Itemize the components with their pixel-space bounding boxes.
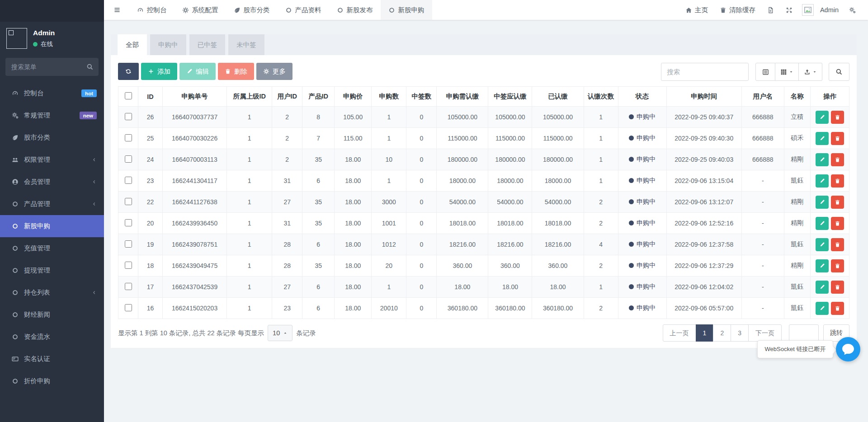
row-edit-button[interactable] <box>816 111 829 124</box>
row-edit-button[interactable] <box>816 132 829 145</box>
brand-bar <box>0 0 104 22</box>
topnav-item[interactable]: 新股发布 <box>329 0 381 20</box>
row-delete-button[interactable] <box>831 153 844 166</box>
page-jump-input[interactable] <box>789 324 819 342</box>
refresh-button[interactable] <box>118 63 139 80</box>
row-checkbox[interactable] <box>125 304 132 311</box>
status-label: 申购中 <box>637 155 656 163</box>
row-edit-button[interactable] <box>816 238 829 251</box>
column-header: 产品ID <box>302 87 335 107</box>
sidebar-item[interactable]: 充值管理 <box>0 237 104 259</box>
add-button[interactable]: 添加 <box>141 63 177 80</box>
clear-cache-link[interactable]: 清除缓存 <box>714 0 761 20</box>
export-button[interactable] <box>799 63 822 81</box>
row-checkbox[interactable] <box>125 155 132 163</box>
sidebar-item[interactable]: 提现管理 <box>0 259 104 281</box>
page-button[interactable]: 1 <box>696 324 714 342</box>
topnav-username[interactable]: Admin <box>816 6 843 14</box>
topnav-avatar[interactable] <box>802 4 814 16</box>
row-checkbox[interactable] <box>125 134 132 141</box>
cell: 1 <box>227 192 272 213</box>
sidebar-item[interactable]: 资金流水 <box>0 326 104 348</box>
sidebar-item[interactable]: 实名认证 <box>0 348 104 370</box>
prev-page-button[interactable]: 上一页 <box>663 324 696 342</box>
row-delete-button[interactable] <box>831 111 844 124</box>
row-delete-button[interactable] <box>831 281 844 294</box>
cell: 6 <box>302 298 335 319</box>
row-delete-button[interactable] <box>831 302 844 315</box>
cell: - <box>741 170 784 192</box>
next-page-button[interactable]: 下一页 <box>748 324 782 342</box>
sidebar-menu: 控制台hot常规管理new股市分类权限管理会员管理产品管理新股申购充值管理提现管… <box>0 82 104 392</box>
sidebar-item-label: 控制台 <box>24 89 44 98</box>
topnav-item[interactable]: 控制台 <box>129 0 175 20</box>
cell: 0 <box>406 213 437 234</box>
sidebar-item[interactable]: 财经新闻 <box>0 304 104 326</box>
row-edit-button[interactable] <box>816 217 829 230</box>
row-checkbox[interactable] <box>125 219 132 226</box>
tab-item[interactable]: 未中签 <box>228 34 264 55</box>
chat-widget-button[interactable] <box>836 337 860 361</box>
tab-item[interactable]: 申购中 <box>150 34 186 55</box>
tab-item[interactable]: 已中签 <box>189 34 226 55</box>
page-button[interactable]: 2 <box>713 324 731 342</box>
row-edit-button[interactable] <box>816 281 829 294</box>
trash-icon <box>835 263 840 269</box>
select-all-checkbox[interactable] <box>125 92 132 99</box>
sidebar-item[interactable]: 新股申购 <box>0 215 104 237</box>
sidebar-item[interactable]: 持仓列表 <box>0 281 104 304</box>
row-delete-button[interactable] <box>831 217 844 230</box>
menu-search-input[interactable] <box>5 58 99 76</box>
settings-gears-button[interactable] <box>843 0 862 20</box>
sidebar-item[interactable]: 控制台hot <box>0 82 104 104</box>
topnav-item[interactable]: 股市分类 <box>226 0 278 20</box>
row-edit-button[interactable] <box>816 174 829 188</box>
search-button[interactable] <box>829 63 849 81</box>
table-search-input[interactable] <box>661 63 749 81</box>
cell: 2022-09-06 12:37:29 <box>666 255 741 277</box>
row-checkbox[interactable] <box>125 198 132 205</box>
sidebar-item[interactable]: 权限管理 <box>0 149 104 171</box>
home-link[interactable]: 主页 <box>679 0 714 20</box>
page-button[interactable]: 3 <box>731 324 749 342</box>
cell: 18018.00 <box>488 213 532 234</box>
row-checkbox[interactable] <box>125 240 132 248</box>
fullscreen-button[interactable] <box>780 0 798 20</box>
tab-active[interactable]: 全部 <box>118 34 147 55</box>
chat-icon <box>840 342 856 357</box>
edit-button[interactable]: 编辑 <box>179 63 216 80</box>
more-button[interactable]: 更多 <box>256 63 292 80</box>
row-delete-button[interactable] <box>831 174 844 188</box>
detail-view-button[interactable] <box>755 63 775 81</box>
sidebar-item[interactable]: 折价申购 <box>0 370 104 392</box>
sidebar-item[interactable]: 产品管理 <box>0 193 104 215</box>
row-checkbox[interactable] <box>125 283 132 290</box>
row-delete-button[interactable] <box>831 238 844 251</box>
row-edit-button[interactable] <box>816 259 829 272</box>
cell: 20 <box>138 213 163 234</box>
delete-button[interactable]: 删除 <box>218 63 254 80</box>
row-checkbox[interactable] <box>125 113 132 120</box>
row-edit-button[interactable] <box>816 302 829 315</box>
cell: 18.00 <box>335 213 372 234</box>
hamburger-icon[interactable] <box>108 0 126 20</box>
row-delete-button[interactable] <box>831 132 844 145</box>
topnav-item[interactable]: 产品资料 <box>278 0 329 20</box>
topnav-item[interactable]: 新股申购 <box>381 0 432 20</box>
sidebar-item[interactable]: 常规管理new <box>0 104 104 127</box>
row-edit-button[interactable] <box>816 153 829 166</box>
sidebar-item[interactable]: 会员管理 <box>0 171 104 193</box>
row-checkbox[interactable] <box>125 177 132 184</box>
row-edit-button[interactable] <box>816 196 829 209</box>
row-checkbox[interactable] <box>125 262 132 269</box>
row-actions-cell <box>810 298 849 319</box>
row-checkbox-cell <box>118 298 138 319</box>
row-delete-button[interactable] <box>831 196 844 209</box>
table-row: 1816624390494751283518.00200360.00360.00… <box>118 255 849 277</box>
sidebar-item[interactable]: 股市分类 <box>0 127 104 149</box>
row-delete-button[interactable] <box>831 259 844 272</box>
language-button[interactable] <box>761 0 780 20</box>
topnav-item[interactable]: 系统配置 <box>175 0 226 20</box>
page-size-select[interactable]: 10 <box>268 325 292 341</box>
columns-button[interactable] <box>775 63 799 81</box>
